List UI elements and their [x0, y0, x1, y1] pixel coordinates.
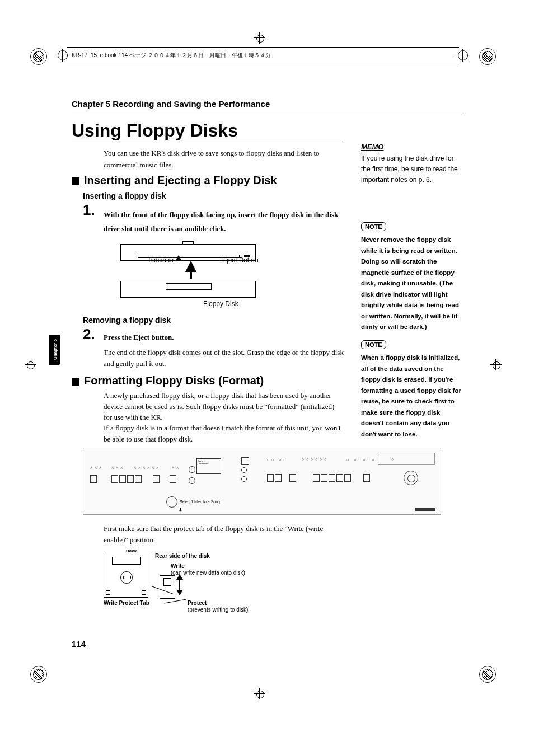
reg-mark-left [25, 359, 36, 370]
intro-text: You can use the KR's disk drive to save … [104, 148, 344, 171]
format-paragraph-2: If a floppy disk is in a format that doe… [104, 422, 344, 444]
label-write: Write [171, 563, 185, 569]
floppy-hub-icon [120, 571, 133, 584]
dial-icon [404, 471, 418, 485]
figure-disk-drive: Indicator Eject Button Floppy Disk [115, 238, 266, 311]
memo-block: MEMO If you're using the disk drive for … [361, 143, 462, 186]
memo-label: MEMO [361, 143, 462, 151]
floppy-hole-right [142, 590, 146, 595]
title-rule [72, 142, 344, 142]
page-title: Using Floppy Disks [72, 120, 238, 141]
section1-title: Inserting and Ejecting a Floppy Disk [84, 174, 277, 186]
header-reg-right [458, 50, 468, 60]
reg-mark-bottom [254, 688, 265, 699]
indicator-arrow-icon [175, 255, 182, 261]
floppy-hole-left [106, 590, 110, 595]
label-write-sub: (can write new data onto disk) [171, 570, 245, 576]
roland-logo [415, 508, 435, 511]
header-rule-bottom [67, 63, 459, 63]
header-meta-text: KR-17_15_e.book 114 ページ ２００４年１２月６日 月曜日 午… [72, 51, 271, 59]
note-label-2: NOTE [361, 340, 386, 349]
panel-select-label: Select/Listen to a Song [180, 500, 220, 504]
insert-arrow-stem [190, 271, 192, 279]
step-2-number: 2. [83, 326, 95, 343]
floppy-illustration [120, 281, 256, 298]
pointer-line-2 [164, 599, 186, 604]
note-2-text: When a floppy disk is initialized, all o… [361, 353, 462, 440]
floppy-back-illustration [104, 553, 148, 598]
label-rear: Rear side of the disk [155, 553, 210, 559]
step-1-number: 1. [83, 201, 95, 219]
header-rule-top [67, 47, 459, 48]
label-protect: Protect [188, 600, 207, 606]
step-2-follow: The end of the floppy disk comes out of … [104, 347, 344, 369]
bullet-icon [72, 177, 79, 185]
label-eject: Eject Button [222, 256, 259, 264]
control-panel-figure: ○ ○ ○ ○ ○ ○ ○ ○ ○ ○ ○ ○ ○ ○ SongFunction… [83, 448, 441, 515]
note-1-block: NOTE Never remove the floppy disk while … [361, 221, 462, 333]
reg-mark-top [254, 32, 265, 44]
tab-enlarged-icon [160, 575, 175, 599]
section-insert-eject: Inserting and Ejecting a Floppy Disk [72, 174, 277, 187]
note-2-block: NOTE When a floppy disk is initialized, … [361, 339, 462, 440]
side-tab-chapter: Chapter 5 [49, 335, 60, 365]
arrow-stem [179, 580, 180, 590]
section2-title: Formatting Floppy Disks (Format) [84, 374, 264, 387]
panel-select-song: Select/Listen to a Song ⬇ [166, 496, 220, 513]
chapter-rule [72, 112, 463, 112]
select-button-icon [166, 496, 177, 508]
crop-mark-tr [479, 48, 496, 65]
page-number: 114 [72, 639, 86, 649]
chapter-heading: Chapter 5 Recording and Saving the Perfo… [72, 99, 270, 109]
panel-left-section: ○ ○ ○ ○ ○ ○ ○ ○ ○ ○ ○ ○ ○ ○ SongFunction… [87, 455, 227, 485]
note-1-text: Never remove the floppy disk while it is… [361, 234, 462, 333]
crop-mark-bl [30, 666, 47, 683]
section-formatting: Formatting Floppy Disks (Format) [72, 374, 264, 387]
format-paragraph-1: A newly purchased floppy disk, or a flop… [104, 390, 344, 423]
label-back: Back [126, 548, 137, 553]
panel-display [378, 453, 435, 465]
label-indicator: Indicator [148, 256, 174, 264]
crop-mark-br [479, 666, 496, 683]
header-reg-left [58, 50, 68, 60]
crop-mark-tl [30, 48, 47, 65]
label-protect-sub: (prevents writing to disk) [188, 607, 248, 613]
label-floppy: Floppy Disk [203, 300, 238, 308]
note-label-1: NOTE [361, 222, 386, 231]
format-protect-note: First make sure that the protect tab of … [104, 523, 344, 545]
label-write-protect-tab: Write Protect Tab [104, 600, 149, 606]
step-2-text: Press the Eject button. [104, 333, 174, 342]
insert-arrow-icon [185, 261, 196, 272]
reg-mark-right [490, 359, 502, 370]
up-down-arrow-icon [176, 574, 183, 595]
memo-text: If you're using the disk drive for the f… [361, 153, 462, 186]
bullet-icon [72, 378, 79, 386]
subhead-inserting: Inserting a floppy disk [83, 191, 166, 200]
subhead-removing: Removing a floppy disk [83, 316, 171, 325]
step-1-text: With the front of the floppy disk facing… [104, 208, 344, 236]
arrow-down-icon [176, 590, 183, 595]
